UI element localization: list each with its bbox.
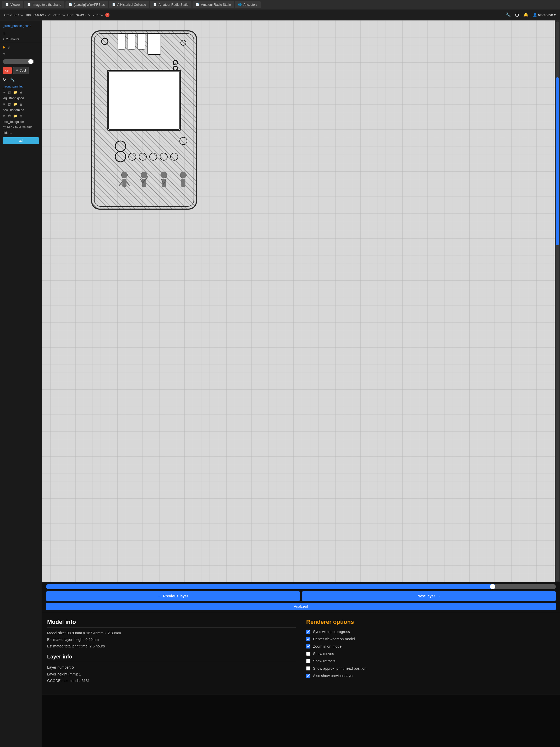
svg-rect-8 — [148, 33, 161, 54]
sidebar-slider[interactable] — [3, 59, 34, 64]
cool-button[interactable]: ❄ Cool — [13, 67, 29, 74]
renderer-option-label-center: Center viewport on model — [313, 637, 355, 641]
sidebar-action-icons-1: ✏ 🗑 📁 🖨 — [0, 89, 42, 95]
renderer-option-center: Center viewport on model — [306, 637, 555, 641]
user-menu[interactable]: 👤 5ft24dave ▾ — [533, 13, 556, 17]
tool-temp: Tool: 209.5°C — [25, 13, 46, 17]
gameboy-model: GCODE — [84, 28, 204, 212]
folder-icon-3[interactable]: 📁 — [13, 114, 17, 118]
chevron-down-icon: ▾ — [554, 13, 556, 17]
sidebar-file-item-front-pannle[interactable]: _front_pannle.gcode — [0, 23, 42, 30]
delete-icon-1[interactable]: 🗑 — [8, 91, 11, 94]
bed-arrow: ↘ — [88, 13, 90, 17]
checkbox-zoom[interactable] — [306, 644, 311, 648]
bed-temp: Bed: 70.0°C — [67, 13, 86, 17]
edit-icon-1[interactable]: ✏ — [3, 91, 5, 94]
renderer-option-retracts: Show retracts — [306, 659, 555, 663]
tab-historical[interactable]: 📄 A Historical Collectio — [109, 1, 149, 8]
sidebar-file-entry-bottom[interactable]: new_bottom.gc — [0, 107, 42, 113]
edit-icon-3[interactable]: ✏ — [3, 114, 5, 118]
sidebar-slider-thumb — [28, 59, 33, 64]
snowflake-icon: ❄ — [16, 69, 18, 72]
refresh-icon[interactable]: ↻ — [3, 77, 6, 82]
bed-target: 70.0°C — [93, 13, 103, 17]
folder-icon-2[interactable]: 📁 — [13, 102, 17, 106]
print-icon-2[interactable]: 🖨 — [19, 102, 23, 106]
sidebar: _front_pannle.gcode m e: 2.5 hours IB nt… — [0, 21, 42, 747]
analyzed-bar: Analyzed — [46, 603, 556, 610]
next-layer-button[interactable]: Next layer → — [302, 591, 556, 601]
svg-point-25 — [161, 172, 167, 178]
checkbox-retracts[interactable] — [306, 659, 311, 663]
sidebar-action-icons-3: ✏ 🗑 📁 🖨 — [0, 113, 42, 119]
sidebar-label-nt: nt — [0, 51, 42, 58]
layer-slider[interactable] — [46, 584, 556, 589]
sidebar-file-entry-leg[interactable]: leg_stand.gcod — [0, 95, 42, 101]
checkbox-moves[interactable] — [306, 652, 311, 656]
main-layout: _front_pannle.gcode m e: 2.5 hours IB nt… — [0, 21, 560, 747]
viewer-scrollbar[interactable] — [555, 21, 560, 582]
tool-arrow: ↗ — [48, 13, 51, 17]
svg-point-27 — [180, 172, 186, 178]
cancel-button[interactable]: cel — [3, 67, 12, 74]
bell-icon[interactable]: 🔔 — [523, 12, 529, 17]
renderer-option-label-sync: Sync with job progress — [313, 629, 350, 634]
checkbox-sync[interactable] — [306, 629, 311, 634]
arrow-right-icon: → — [437, 594, 440, 598]
wrench-icon[interactable]: 🔧 — [506, 12, 511, 17]
renderer-option-previous-layer: Also show previous layer — [306, 674, 555, 678]
info-section: Model info Model size: 98.89mm × 167.45m… — [42, 612, 560, 695]
sidebar-label-m: m — [0, 30, 42, 37]
model-info-title: Model info — [47, 619, 296, 628]
tab-ancestors[interactable]: 🌐 Ancestors — [235, 1, 260, 8]
print-icon-1[interactable]: 🖨 — [19, 91, 23, 94]
checkbox-center[interactable] — [306, 637, 311, 641]
tab-lithophane[interactable]: 📄 Image to Lithophane — [24, 1, 64, 8]
svg-point-19 — [121, 172, 128, 178]
folder-icon-1[interactable]: 📁 — [13, 91, 17, 94]
close-temp-button[interactable]: ✕ — [105, 13, 109, 17]
model-info-text: Model size: 98.89mm × 167.45mm × 2.80mm … — [47, 630, 296, 650]
sidebar-file-entry-top[interactable]: new_top.gcode — [0, 119, 42, 125]
status-icons: 🔧 ⏻ 🔔 👤 5ft24dave ▾ — [506, 12, 556, 17]
print-icon-3[interactable]: 🖨 — [19, 114, 23, 118]
sidebar-estimate: e: 2.5 hours — [0, 37, 42, 42]
svg-point-23 — [141, 172, 147, 178]
checkbox-printhead[interactable] — [306, 666, 311, 670]
tab-icon-litho: 📄 — [27, 3, 31, 6]
layer-controls: ← Previous layer Next layer → Analyzed — [42, 582, 560, 612]
previous-layer-button[interactable]: ← Previous layer — [46, 591, 300, 601]
svg-rect-28 — [182, 179, 185, 187]
tab-aprssig[interactable]: 📄 [aprssig] WinAPRS as — [65, 1, 108, 8]
tool-target: 210.0°C — [53, 13, 65, 17]
username: 5ft24dave — [538, 13, 553, 17]
svg-rect-6 — [128, 33, 135, 49]
renderer-option-zoom: Zoom in on model — [306, 644, 555, 648]
renderer-option-label-printhead: Show approx. print head position — [313, 666, 367, 670]
sidebar-slider-container[interactable] — [0, 58, 42, 66]
tab-icon-am2: 📄 — [196, 3, 199, 6]
tab-icon-aprs: 📄 — [69, 3, 72, 6]
edit-icon-2[interactable]: ✏ — [3, 102, 5, 106]
tab-amateur2[interactable]: 📄 Amateur Radio Statio — [192, 1, 234, 8]
tab-amateur1[interactable]: 📄 Amateur Radio Statio — [150, 1, 191, 8]
renderer-option-label-retracts: Show retracts — [313, 659, 336, 663]
sidebar-folder-link[interactable]: older... — [0, 130, 42, 136]
main-content: GCODE — [42, 21, 560, 747]
gcode-viewer: GCODE — [42, 21, 560, 582]
settings-icon[interactable]: 🔧 — [10, 78, 15, 82]
delete-icon-2[interactable]: 🗑 — [8, 102, 11, 106]
upload-button[interactable]: ad — [3, 137, 39, 144]
renderer-option-label-previous-layer: Also show previous layer — [313, 674, 354, 678]
tab-viewer[interactable]: 📄 Viewer — [2, 1, 23, 8]
svg-rect-20 — [123, 179, 126, 187]
temperature-info: SoC: 39.7°C Tool: 209.5°C ↗ 210.0°C Bed:… — [4, 13, 503, 17]
sidebar-buttons: cel ❄ Cool — [0, 66, 42, 75]
sidebar-file-list[interactable]: _front_pannle. — [0, 84, 42, 89]
delete-icon-3[interactable]: 🗑 — [8, 114, 11, 118]
renderer-option-moves: Show moves — [306, 652, 555, 656]
bottom-area — [42, 695, 560, 747]
power-icon[interactable]: ⏻ — [515, 12, 519, 17]
model-info-column: Model info Model size: 98.89mm × 167.45m… — [47, 619, 296, 688]
checkbox-previous-layer[interactable] — [306, 674, 311, 678]
